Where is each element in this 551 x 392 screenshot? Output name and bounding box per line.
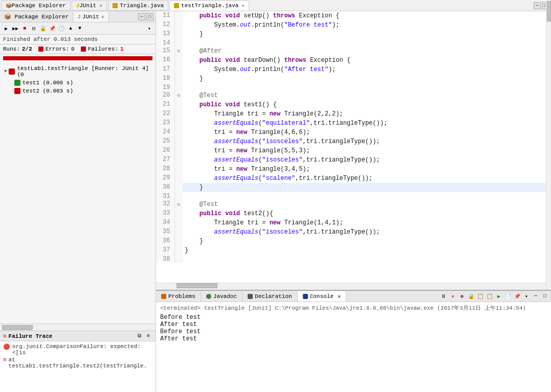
progress-bar bbox=[3, 56, 152, 60]
code-v-scrollbar[interactable] bbox=[546, 11, 551, 290]
console-tab-label: Console bbox=[310, 293, 334, 299]
app-root: 📦 Package Explorer J JUnit ✕ Triangle.ja… bbox=[0, 0, 551, 392]
toggle-failures-button[interactable]: ⊟ bbox=[30, 25, 38, 33]
console-pin-btn[interactable]: 📌 bbox=[513, 292, 521, 301]
console-run-btn[interactable]: ▶ bbox=[495, 292, 503, 301]
console-menu-btn[interactable]: ▾ bbox=[522, 292, 531, 301]
line-marker bbox=[174, 237, 183, 246]
minimize-btn[interactable]: ─ bbox=[534, 2, 541, 9]
line-marker bbox=[174, 83, 183, 91]
bottom-tab-javadoc[interactable]: Javadoc bbox=[201, 291, 243, 302]
line-marker bbox=[174, 74, 183, 83]
console-toolbar: ⏸ ✕ ⊗ 🔒 📋 📋 ▶ 📄 📌 ▾ ─ □ bbox=[439, 292, 551, 301]
test1-icon bbox=[14, 80, 20, 86]
line-marker bbox=[174, 119, 183, 128]
line-content: assertEquals("isosceles",tri.triangleTyp… bbox=[183, 137, 551, 146]
tab-junit[interactable]: J JUnit ✕ bbox=[72, 1, 107, 11]
rerun-failed-button[interactable]: ▶▶ bbox=[11, 25, 19, 33]
console-paste-btn[interactable]: 📋 bbox=[486, 292, 494, 301]
tab-test-triangle-close[interactable]: ✕ bbox=[241, 3, 245, 9]
code-scroll-area[interactable]: 11 public void setUp() throws Exception … bbox=[156, 11, 551, 283]
code-h-scrollbar[interactable] bbox=[156, 283, 551, 290]
copy-trace-btn[interactable]: ⧉ bbox=[135, 332, 143, 340]
failure-trace-label: Failure Trace bbox=[9, 333, 53, 339]
console-copy-btn[interactable]: 📋 bbox=[476, 292, 484, 301]
console-line-4: After test bbox=[160, 335, 547, 342]
tree-h-scrollbar[interactable] bbox=[0, 324, 156, 331]
tree-suite-item[interactable]: ▼ testLab1.testTriangle [Runner: JUnit 4… bbox=[0, 64, 156, 79]
failure-trace-panel: ≡ Failure Trace ⧉ ≡ 🔴 org.junit.Comparis… bbox=[0, 331, 156, 392]
line-marker bbox=[174, 137, 183, 146]
failure-trace-title: ≡ Failure Trace bbox=[3, 333, 52, 339]
line-number: 14 bbox=[156, 39, 174, 47]
junit-status: Finished after 0.013 seconds bbox=[0, 35, 156, 44]
code-editor: 11 public void setUp() throws Exception … bbox=[156, 11, 551, 290]
line-marker bbox=[174, 100, 183, 109]
expand-all-button[interactable]: ▼ bbox=[76, 25, 84, 33]
history-button[interactable]: 🕐 bbox=[57, 25, 65, 33]
line-number: 13 bbox=[156, 30, 174, 39]
console-maximize-btn[interactable]: □ bbox=[541, 292, 549, 301]
line-number: 24 bbox=[156, 128, 174, 137]
line-content: assertEquals("isosceles",tri.triangleTyp… bbox=[183, 227, 551, 237]
line-marker bbox=[174, 255, 183, 263]
line-content: tri = new Triangle(5,5,3); bbox=[183, 146, 551, 155]
console-tab-close[interactable]: ✕ bbox=[338, 293, 341, 299]
line-marker bbox=[174, 209, 183, 218]
console-tab-icon bbox=[303, 294, 308, 299]
tab-junit-close[interactable]: ✕ bbox=[99, 3, 102, 9]
left-tab-pkg-label: 📦 Package Explorer bbox=[4, 13, 69, 20]
errors-icon bbox=[38, 47, 43, 52]
line-content: @After bbox=[183, 47, 551, 56]
line-number: 15 bbox=[156, 47, 174, 56]
code-h-scroll-thumb[interactable] bbox=[177, 283, 217, 288]
line-number: 26 bbox=[156, 146, 174, 155]
filter-trace-btn[interactable]: ≡ bbox=[144, 332, 152, 340]
left-tab-junit[interactable]: J JUnit ✕ bbox=[73, 12, 109, 22]
line-number: 34 bbox=[156, 218, 174, 227]
tab-test-triangle-java[interactable]: testTriangle.java ✕ bbox=[169, 1, 249, 11]
failure-line-2: ≡ at testLab1.testTriangle.test2(testTri… bbox=[3, 357, 152, 369]
bottom-panel: Problems Javadoc Declaration Console ✕ bbox=[156, 290, 551, 392]
errors-label: Errors: bbox=[46, 46, 69, 52]
scroll-lock-button[interactable]: 🔒 bbox=[39, 25, 47, 33]
stop-button[interactable]: ■ bbox=[20, 25, 29, 33]
tree-test2-item[interactable]: test2 (0.003 s) bbox=[0, 87, 156, 95]
code-v-scroll-thumb[interactable] bbox=[547, 11, 551, 21]
java-file-icon bbox=[113, 3, 118, 8]
console-line-2: After test bbox=[160, 321, 547, 328]
bottom-tab-problems[interactable]: Problems bbox=[156, 291, 201, 302]
tab-package-explorer[interactable]: 📦 Package Explorer bbox=[1, 1, 71, 11]
line-number: 23 bbox=[156, 119, 174, 128]
failure-trace-icon: ≡ bbox=[3, 333, 7, 339]
javadoc-tab-label: Javadoc bbox=[213, 293, 237, 299]
console-stop-btn[interactable]: ✕ bbox=[449, 292, 457, 301]
h-scroll-thumb[interactable] bbox=[2, 325, 33, 330]
tab-triangle-java[interactable]: Triangle.java bbox=[108, 1, 168, 11]
rerun-button[interactable]: ▶ bbox=[2, 25, 10, 33]
view-menu-button[interactable]: ▾ bbox=[145, 25, 153, 33]
bottom-tab-console[interactable]: Console ✕ bbox=[298, 291, 346, 302]
pin-test-button[interactable]: 📌 bbox=[48, 25, 56, 33]
left-panel-minimize[interactable]: ─ bbox=[138, 13, 145, 20]
line-number: 29 bbox=[156, 174, 174, 183]
collapse-all-button[interactable]: ▲ bbox=[67, 25, 75, 33]
runs-label: Runs: bbox=[3, 46, 20, 52]
line-number: 12 bbox=[156, 20, 174, 30]
console-clear-btn[interactable]: ⊗ bbox=[458, 292, 466, 301]
console-pause-btn[interactable]: ⏸ bbox=[439, 292, 448, 301]
left-tab-junit-close[interactable]: ✕ bbox=[101, 14, 104, 20]
test-tree[interactable]: ▼ testLab1.testTriangle [Runner: JUnit 4… bbox=[0, 62, 156, 324]
line-content: assertEquals("scalene",tri.triangleType(… bbox=[183, 174, 551, 183]
bottom-tab-declaration[interactable]: Declaration bbox=[243, 291, 298, 302]
tree-test1-item[interactable]: test1 (0.000 s) bbox=[0, 79, 156, 87]
left-panel-maximize[interactable]: □ bbox=[146, 13, 153, 20]
console-open-file-btn[interactable]: 📄 bbox=[504, 292, 512, 301]
junit-stats: Runs: 2/2 Errors: 0 Failures: 1 bbox=[0, 44, 156, 54]
suite-icon bbox=[9, 68, 15, 75]
line-marker bbox=[174, 65, 183, 74]
console-minimize-btn[interactable]: ─ bbox=[532, 292, 540, 301]
console-scroll-lock-btn[interactable]: 🔒 bbox=[467, 292, 475, 301]
left-tab-package-explorer[interactable]: 📦 Package Explorer bbox=[0, 12, 73, 22]
left-tab-junit-label: JUnit bbox=[82, 14, 99, 20]
